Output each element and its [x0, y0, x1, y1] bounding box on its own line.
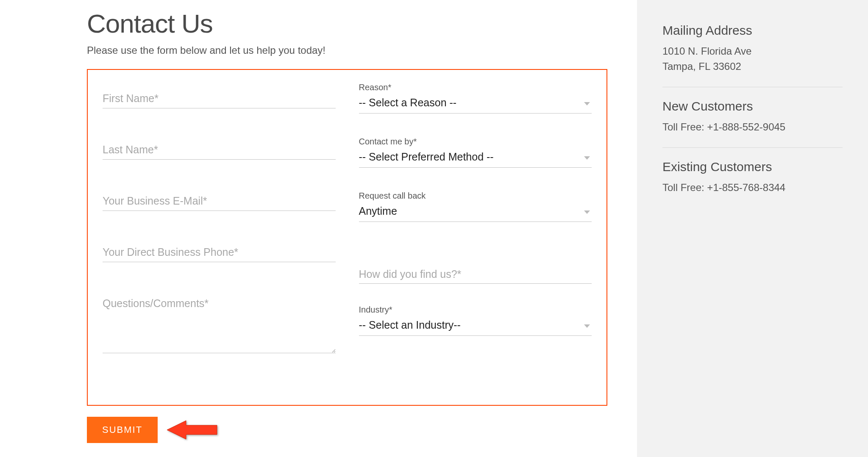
- callback-select[interactable]: Anytime: [359, 202, 592, 222]
- industry-select-value: -- Select an Industry--: [359, 316, 592, 335]
- page-subtitle: Please use the form below and let us hel…: [87, 44, 607, 56]
- reason-select[interactable]: -- Select a Reason --: [359, 94, 592, 114]
- existing-customers-section: Existing Customers Toll Free: +1-855-768…: [662, 160, 843, 208]
- reason-label: Reason*: [359, 83, 592, 92]
- chevron-down-icon: [584, 102, 590, 105]
- industry-select[interactable]: -- Select an Industry--: [359, 316, 592, 336]
- new-customers-heading: New Customers: [662, 99, 843, 114]
- contact-by-label: Contact me by*: [359, 137, 592, 147]
- sidebar: Mailing Address 1010 N. Florida Ave Tamp…: [637, 0, 868, 457]
- reason-select-value: -- Select a Reason --: [359, 94, 592, 113]
- form-left-column: [103, 83, 336, 388]
- existing-customers-heading: Existing Customers: [662, 160, 843, 174]
- contact-form: Reason* -- Select a Reason -- Contact me…: [87, 69, 607, 406]
- chevron-down-icon: [584, 324, 590, 328]
- mailing-line1: 1010 N. Florida Ave: [662, 44, 843, 59]
- mailing-line2: Tampa, FL 33602: [662, 59, 843, 74]
- industry-label: Industry*: [359, 305, 592, 315]
- find-us-input[interactable]: [359, 266, 592, 284]
- comments-input[interactable]: [103, 294, 336, 353]
- callback-select-value: Anytime: [359, 202, 592, 222]
- new-customers-section: New Customers Toll Free: +1-888-552-9045: [662, 99, 843, 148]
- svg-marker-0: [167, 421, 217, 439]
- last-name-input[interactable]: [103, 140, 336, 160]
- chevron-down-icon: [584, 156, 590, 160]
- main-content: Contact Us Please use the form below and…: [0, 0, 637, 457]
- mailing-heading: Mailing Address: [662, 23, 843, 38]
- existing-customers-text: Toll Free: +1-855-768-8344: [662, 180, 843, 195]
- first-name-input[interactable]: [103, 89, 336, 108]
- contact-by-select[interactable]: -- Select Preferred Method --: [359, 148, 592, 168]
- submit-row: SUBMIT: [87, 417, 607, 443]
- email-input[interactable]: [103, 191, 336, 211]
- mailing-address-section: Mailing Address 1010 N. Florida Ave Tamp…: [662, 23, 843, 87]
- contact-by-select-value: -- Select Preferred Method --: [359, 148, 592, 167]
- submit-button[interactable]: SUBMIT: [87, 417, 158, 443]
- new-customers-text: Toll Free: +1-888-552-9045: [662, 119, 843, 135]
- phone-input[interactable]: [103, 243, 336, 262]
- arrow-left-icon: [167, 419, 218, 440]
- chevron-down-icon: [584, 210, 590, 214]
- form-right-column: Reason* -- Select a Reason -- Contact me…: [359, 83, 592, 388]
- callback-label: Request call back: [359, 191, 592, 201]
- page-title: Contact Us: [87, 8, 607, 39]
